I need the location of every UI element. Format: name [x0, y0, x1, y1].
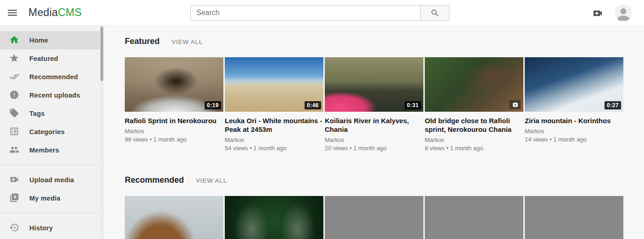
video-thumbnail[interactable]: 0:46 [225, 57, 323, 112]
media-card: Old bridge close to Rafioli sprint, Nero… [425, 57, 523, 152]
sidebar-item-label: My media [29, 195, 61, 202]
sidebar-item-label: History [29, 224, 53, 232]
sidebar-item-categories[interactable]: Categories [0, 123, 100, 141]
user-avatar[interactable] [615, 4, 632, 22]
media-author[interactable]: Markos [425, 136, 523, 143]
media-title[interactable]: Leuka Ori - White mountains - Peak at 24… [225, 116, 323, 134]
image-thumbnail[interactable] [425, 57, 523, 112]
duration-badge: 0:27 [605, 101, 621, 109]
duration-badge: 0:46 [305, 101, 321, 109]
media-meta: 14 views • 1 month ago [525, 136, 623, 143]
sidebar-item-upload-media[interactable]: Upload media [0, 171, 100, 189]
search-button[interactable] [420, 5, 450, 21]
section-title: Featured [125, 37, 160, 46]
sidebar-item-tags[interactable]: Tags [0, 104, 100, 123]
media-card [425, 196, 523, 239]
home-icon [9, 35, 20, 46]
user-person-icon [615, 5, 632, 22]
view-all-link[interactable]: VIEW ALL [172, 38, 203, 45]
media-card [525, 196, 623, 239]
video-library-icon [9, 193, 20, 204]
media-card [325, 196, 423, 239]
sidebar-divider [0, 213, 100, 213]
section-title: Recommended [125, 175, 184, 185]
sidebar-item-my-media[interactable]: My media [0, 189, 100, 207]
media-title[interactable]: Koiliaris River in Kalyves, Chania [325, 116, 423, 134]
sidebar-item-home[interactable]: Home [0, 31, 100, 49]
search-icon [430, 8, 440, 18]
media-title[interactable]: Rafioli Sprint in Nerokourou [125, 116, 223, 125]
sidebar-scrollbar [100, 26, 104, 239]
sidebar-item-featured[interactable]: Featured [0, 49, 100, 68]
sidebar-item-label: Categories [29, 128, 65, 136]
sidebar-item-members[interactable]: Members [0, 141, 100, 159]
people-icon [9, 145, 20, 156]
media-card [125, 196, 223, 239]
add-media-icon [592, 8, 603, 19]
sidebar-divider [0, 165, 100, 165]
sidebar-item-label: Upload media [29, 176, 74, 184]
media-card: 0:31 Koiliaris River in Kalyves, Chania … [325, 57, 423, 152]
search-input[interactable] [190, 5, 420, 21]
media-title[interactable]: Old bridge close to Rafioli sprint, Nero… [425, 116, 523, 134]
sidebar-item-label: Home [29, 37, 48, 44]
sidebar-item-label: Recent uploads [29, 92, 80, 99]
tag-icon [9, 108, 20, 119]
media-title[interactable]: Ziria mountain - Korinthos [525, 116, 623, 125]
scrollbar-thumb[interactable] [100, 27, 103, 81]
video-thumbnail[interactable]: 0:27 [525, 57, 623, 112]
media-meta: 54 views • 1 month ago [225, 145, 323, 152]
upload-media-button[interactable] [592, 8, 603, 19]
logo[interactable]: MediaCMS [28, 6, 82, 19]
video-thumbnail[interactable] [325, 196, 423, 239]
menu-icon[interactable] [6, 7, 18, 19]
media-author[interactable]: Markos [225, 136, 323, 143]
star-icon [9, 53, 20, 64]
top-bar: MediaCMS [0, 0, 644, 26]
recommended-section: Recommended VIEW ALL [125, 175, 625, 239]
logo-media: Media [28, 6, 58, 18]
logo-cms: CMS [58, 6, 82, 18]
media-meta: 20 views • 1 month ago [325, 145, 423, 152]
media-author[interactable]: Markos [525, 128, 623, 135]
video-thumbnail[interactable] [125, 196, 223, 239]
video-call-icon [9, 174, 20, 185]
video-thumbnail[interactable] [425, 196, 523, 239]
image-type-badge [510, 100, 521, 109]
media-meta: 8 views • 1 month ago [425, 145, 523, 152]
media-card [225, 196, 323, 239]
media-author[interactable]: Markos [125, 128, 223, 135]
video-thumbnail[interactable]: 0:19 [125, 57, 223, 112]
sidebar-item-label: Members [29, 147, 59, 154]
media-author[interactable]: Markos [325, 136, 423, 143]
main-content: Featured VIEW ALL 0:19 Rafioli Sprint in… [104, 26, 644, 239]
sidebar-item-label: Tags [29, 110, 45, 117]
new-releases-icon [9, 90, 20, 101]
video-thumbnail[interactable] [225, 196, 323, 239]
video-thumbnail[interactable]: 0:31 [325, 57, 423, 112]
done-all-icon [9, 71, 20, 82]
list-alt-icon [9, 126, 20, 137]
media-card: 0:27 Ziria mountain - Korinthos Markos 1… [525, 57, 623, 152]
sidebar-item-history[interactable]: History [0, 219, 100, 237]
featured-section: Featured VIEW ALL 0:19 Rafioli Sprint in… [125, 37, 625, 152]
media-meta: 98 views • 1 month ago [125, 136, 223, 143]
duration-badge: 0:31 [405, 101, 421, 109]
media-card: 0:19 Rafioli Sprint in Nerokourou Markos… [125, 57, 223, 152]
camera-icon [512, 102, 518, 108]
media-card: 0:46 Leuka Ori - White mountains - Peak … [225, 57, 323, 152]
sidebar: Home Featured Recommended Recent uploads… [0, 26, 100, 239]
sidebar-item-label: Recommended [29, 73, 78, 81]
history-icon [9, 223, 20, 234]
sidebar-item-recent-uploads[interactable]: Recent uploads [0, 86, 100, 104]
sidebar-item-recommended[interactable]: Recommended [0, 68, 100, 86]
sidebar-item-label: Featured [29, 55, 58, 62]
video-thumbnail[interactable] [525, 196, 623, 239]
view-all-link[interactable]: VIEW ALL [196, 177, 227, 184]
search-bar [190, 5, 450, 21]
duration-badge: 0:19 [205, 101, 221, 109]
